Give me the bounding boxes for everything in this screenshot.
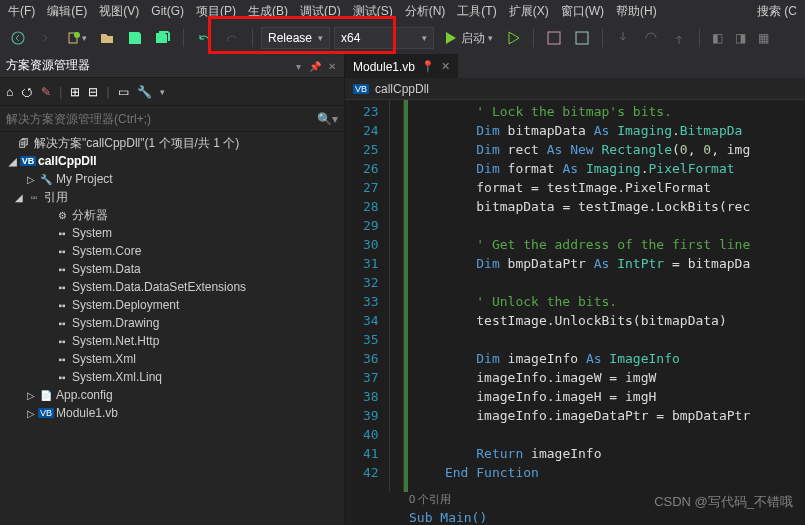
menu-edit[interactable]: 编辑(E) — [43, 1, 91, 22]
tab-pin-icon[interactable]: 📍 — [421, 60, 435, 73]
reference-item[interactable]: ▪▪System.Data — [0, 260, 344, 278]
reference-item[interactable]: ▪▪System.Core — [0, 242, 344, 260]
explorer-title: 方案资源管理器 — [6, 57, 90, 74]
breadcrumb[interactable]: VB callCppDll — [345, 78, 805, 100]
tool-icon-1[interactable] — [542, 27, 566, 49]
tool-icon-2[interactable] — [570, 27, 594, 49]
menu-tools[interactable]: 工具(T) — [453, 1, 500, 22]
solution-tree[interactable]: 🗐解决方案"callCppDll"(1 个项目/共 1 个) ◢VBcallCp… — [0, 132, 344, 525]
save-all-button[interactable] — [151, 27, 175, 49]
svg-rect-3 — [548, 32, 560, 44]
explorer-search: 🔍▾ — [0, 106, 344, 132]
tool-icon-3[interactable]: ◧ — [708, 28, 727, 48]
menu-view[interactable]: 视图(V) — [95, 1, 143, 22]
reference-item[interactable]: ▪▪System.Xml — [0, 350, 344, 368]
menu-search[interactable]: 搜索 (C — [753, 1, 801, 22]
open-button[interactable] — [95, 27, 119, 49]
solution-explorer: 方案资源管理器 ▾ 📌 ✕ ⌂ ⭯ ✎ | ⊞ ⊟ | ▭ 🔧 ▾ 🔍▾ 🗐解决… — [0, 54, 345, 525]
code-content[interactable]: ' Lock the bitmap's bits. Dim bitmapData… — [408, 100, 805, 492]
new-item-button[interactable]: ▾ — [62, 27, 91, 49]
start-without-debug-button[interactable] — [501, 27, 525, 49]
reference-item[interactable]: ▪▪System.Deployment — [0, 296, 344, 314]
filter-icon[interactable]: ⊞ — [70, 85, 80, 99]
vb-icon: VB — [353, 84, 369, 94]
tab-module1[interactable]: Module1.vb 📍 ✕ — [345, 54, 458, 78]
menu-help[interactable]: 帮助(H) — [612, 1, 661, 22]
tab-bar: Module1.vb 📍 ✕ — [345, 54, 805, 78]
reference-item[interactable]: ▪▪System.Drawing — [0, 314, 344, 332]
show-all-icon[interactable]: ▭ — [118, 85, 129, 99]
project-node[interactable]: ◢VBcallCppDll — [0, 152, 344, 170]
references-node[interactable]: ◢▫▫引用 — [0, 188, 344, 206]
line-gutter: 2324252627282930313233343536373839404142 — [345, 100, 390, 492]
save-button[interactable] — [123, 27, 147, 49]
chevron-down-icon: ▾ — [318, 33, 323, 43]
nav-fwd-button — [34, 27, 58, 49]
home-icon[interactable]: ⌂ — [6, 85, 13, 99]
menu-debug[interactable]: 调试(D) — [296, 1, 345, 22]
svg-rect-4 — [576, 32, 588, 44]
reference-item[interactable]: ▪▪System.Net.Http — [0, 332, 344, 350]
sync-icon[interactable]: ⭯ — [21, 85, 33, 99]
redo-button — [220, 27, 244, 49]
search-input[interactable] — [6, 112, 286, 126]
nav-back-button[interactable] — [6, 27, 30, 49]
close-icon[interactable]: ✕ — [326, 61, 338, 72]
step-into-button[interactable] — [611, 27, 635, 49]
reference-item[interactable]: ⚙分析器 — [0, 206, 344, 224]
menu-analyze[interactable]: 分析(N) — [401, 1, 450, 22]
toolbar: ▾ Release▾ x64▾ 启动▾ ◧ ◨ ▦ — [0, 22, 805, 54]
code-editor: Module1.vb 📍 ✕ VB callCppDll 23242526272… — [345, 54, 805, 525]
menu-build[interactable]: 生成(B) — [244, 1, 292, 22]
explorer-toolbar: ⌂ ⭯ ✎ | ⊞ ⊟ | ▭ 🔧 ▾ — [0, 78, 344, 106]
solution-node[interactable]: 🗐解决方案"callCppDll"(1 个项目/共 1 个) — [0, 134, 344, 152]
brush-icon[interactable]: ✎ — [41, 85, 51, 99]
search-icon[interactable]: 🔍▾ — [317, 112, 338, 126]
platform-combo[interactable]: x64▾ — [334, 27, 434, 49]
reference-item[interactable]: ▪▪System.Data.DataSetExtensions — [0, 278, 344, 296]
menu-test[interactable]: 测试(S) — [349, 1, 397, 22]
config-combo[interactable]: Release▾ — [261, 27, 330, 49]
undo-button[interactable] — [192, 27, 216, 49]
menu-git[interactable]: Git(G) — [147, 2, 188, 20]
code-lens[interactable]: 0 个引用 — [345, 492, 805, 510]
menu-project[interactable]: 项目(P) — [192, 1, 240, 22]
menu-ext[interactable]: 扩展(X) — [505, 1, 553, 22]
fold-column[interactable] — [390, 100, 404, 492]
tree-item[interactable]: ▷📄App.config — [0, 386, 344, 404]
reference-item[interactable]: ▪▪System — [0, 224, 344, 242]
tree-item[interactable]: ▷🔧My Project — [0, 170, 344, 188]
dropdown-icon[interactable]: ▾ — [294, 61, 303, 72]
tab-close-icon[interactable]: ✕ — [441, 60, 450, 73]
collapse-icon[interactable]: ⊟ — [88, 85, 98, 99]
properties-icon[interactable]: 🔧 — [137, 85, 152, 99]
tool-icon-4[interactable]: ◨ — [731, 28, 750, 48]
svg-point-0 — [12, 32, 24, 44]
tool-icon-5[interactable]: ▦ — [754, 28, 773, 48]
menu-window[interactable]: 窗口(W) — [557, 1, 608, 22]
menu-file[interactable]: 牛(F) — [4, 1, 39, 22]
menu-bar: 牛(F) 编辑(E) 视图(V) Git(G) 项目(P) 生成(B) 调试(D… — [0, 0, 805, 22]
step-out-button[interactable] — [667, 27, 691, 49]
svg-point-2 — [74, 32, 80, 38]
start-debug-button[interactable]: 启动▾ — [438, 27, 497, 50]
chevron-down-icon: ▾ — [422, 33, 427, 43]
step-over-button[interactable] — [639, 27, 663, 49]
code-line: Sub Main() — [345, 510, 805, 525]
reference-item[interactable]: ▪▪System.Xml.Linq — [0, 368, 344, 386]
pin-icon[interactable]: 📌 — [307, 61, 323, 72]
tree-item[interactable]: ▷VBModule1.vb — [0, 404, 344, 422]
explorer-title-bar: 方案资源管理器 ▾ 📌 ✕ — [0, 54, 344, 78]
